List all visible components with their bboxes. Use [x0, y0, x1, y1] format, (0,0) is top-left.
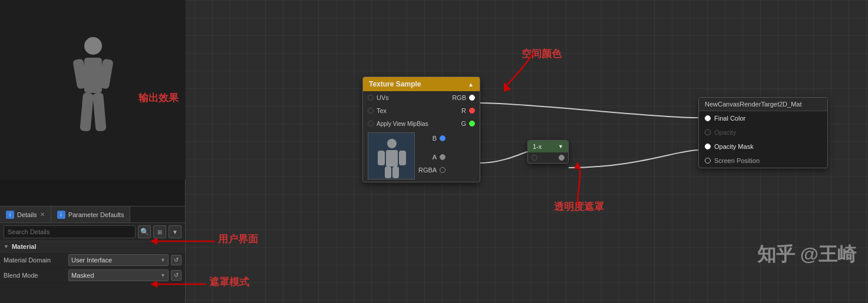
texture-sample-title: Texture Sample — [369, 80, 421, 88]
r-pin-circle — [469, 108, 475, 114]
rgb-label: RGB — [452, 94, 466, 101]
b-output-pin: B — [418, 135, 445, 142]
search-details-input[interactable] — [4, 225, 136, 238]
texture-sample-node[interactable]: Texture Sample ▲ UVs RGB Tex R Apply Vie… — [362, 76, 480, 182]
texture-sample-uvs-row: UVs RGB — [363, 91, 480, 104]
mipbias-pin-circle — [368, 121, 374, 126]
texture-sample-tex-row: Tex R — [363, 104, 480, 117]
tex-label: Tex — [377, 107, 387, 114]
rgba-output-pin: RGBA — [418, 167, 445, 174]
one-minus-x-input-pin — [532, 155, 537, 161]
rgb-pin-circle — [469, 95, 475, 101]
bottom-panel: i Details ✕ i Parameter Defaults 🔍 ⊞ ▼ ▼… — [0, 206, 186, 303]
user-interface-label: 用户界面 — [218, 232, 258, 246]
svg-rect-10 — [399, 151, 406, 165]
svg-rect-9 — [378, 151, 385, 165]
svg-rect-1 — [84, 58, 102, 93]
svg-point-0 — [84, 37, 102, 55]
blend-mode-dropdown-arrow: ▼ — [160, 272, 166, 278]
blend-mode-label: Blend Mode — [4, 272, 68, 279]
g-output-pin: G — [461, 120, 475, 127]
opacity-pin-row: Opacity — [699, 125, 827, 139]
material-domain-value: User Interface ▼ ↺ — [68, 254, 181, 266]
tabs-row: i Details ✕ i Parameter Defaults — [0, 207, 185, 223]
watermark-label: 知乎 @王崎 — [757, 242, 856, 268]
blend-mode-dropdown-value: Masked — [71, 272, 94, 279]
texture-thumbnail — [368, 132, 415, 179]
param-tab-icon: i — [57, 211, 65, 219]
texture-sample-mipbias-row: Apply View MipBias G — [363, 117, 480, 130]
one-minus-x-title: 1-x — [533, 143, 542, 150]
b-pin-circle — [440, 135, 445, 141]
svg-rect-4 — [80, 92, 94, 131]
texture-sample-menu-icon: ▲ — [468, 81, 474, 88]
screen-position-pin-row: Screen Position — [699, 154, 827, 168]
uvs-label: UVs — [377, 94, 389, 101]
material-output-node[interactable]: NewCanvasRenderTarget2D_Mat Final Color … — [698, 97, 828, 168]
rgb-output-pin: RGB — [452, 94, 475, 101]
blend-mode-value: Masked ▼ ↺ — [68, 269, 181, 281]
search-button[interactable]: 🔍 — [138, 225, 151, 238]
human-figure-icon — [64, 31, 123, 149]
opacity-mask-zh-label: 透明度遮罩 — [554, 200, 604, 214]
tab-parameter-defaults[interactable]: i Parameter Defaults — [51, 207, 131, 222]
screen-position-pin — [705, 158, 711, 164]
g-pin-circle — [469, 121, 475, 126]
material-domain-row: Material Domain User Interface ▼ ↺ — [0, 252, 185, 268]
a-label: A — [433, 154, 437, 161]
uvs-input-pin: UVs — [368, 94, 389, 101]
one-minus-x-output-pin — [559, 155, 565, 161]
grid-view-button[interactable]: ⊞ — [153, 225, 166, 238]
one-minus-x-header: 1-x ▼ — [528, 141, 568, 152]
material-section-header[interactable]: ▼ Material — [0, 241, 185, 252]
param-tab-label: Parameter Defaults — [68, 211, 124, 218]
material-domain-label: Material Domain — [4, 257, 68, 264]
svg-rect-12 — [392, 167, 399, 178]
material-section-label: Material — [12, 243, 37, 250]
tex-pin-circle — [368, 108, 374, 114]
opacity-mask-pin — [705, 144, 711, 149]
spatial-color-label: 空间颜色 — [522, 47, 562, 61]
one-minus-x-node[interactable]: 1-x ▼ — [527, 140, 569, 164]
one-minus-x-arrow: ▼ — [558, 144, 563, 149]
material-output-title: NewCanvasRenderTarget2D_Mat — [705, 101, 801, 108]
a-output-pin: A — [418, 154, 445, 161]
opacity-mask-label: Opacity Mask — [714, 143, 754, 150]
final-color-label: Final Color — [714, 115, 745, 122]
final-color-pin — [705, 115, 711, 121]
rgba-label: RGBA — [418, 167, 437, 174]
thumbnail-preview-icon — [368, 133, 415, 179]
texture-sample-header: Texture Sample ▲ — [363, 77, 480, 91]
search-row: 🔍 ⊞ ▼ — [0, 223, 185, 241]
details-tab-icon: i — [6, 211, 14, 219]
one-minus-x-pins — [528, 152, 568, 163]
g-label: G — [461, 120, 466, 127]
output-effect-label: 输出效果 — [138, 91, 179, 105]
settings-button[interactable]: ▼ — [169, 225, 181, 238]
svg-rect-11 — [385, 167, 391, 178]
blend-mode-dropdown[interactable]: Masked ▼ — [68, 269, 169, 281]
uvs-pin-circle — [368, 95, 374, 101]
blend-mode-row: Blend Mode Masked ▼ ↺ — [0, 268, 185, 283]
rgba-pin-circle — [440, 167, 445, 173]
mipbias-label: Apply View MipBias — [377, 121, 428, 127]
details-tab-label: Details — [17, 211, 37, 218]
svg-rect-5 — [93, 92, 107, 131]
material-domain-reset[interactable]: ↺ — [171, 255, 181, 265]
section-arrow-icon: ▼ — [4, 244, 9, 249]
material-domain-dropdown[interactable]: User Interface ▼ — [68, 254, 169, 266]
b-label: B — [433, 135, 437, 142]
screen-position-label: Screen Position — [714, 157, 760, 164]
tex-input-pin: Tex — [368, 107, 387, 114]
details-tab-close[interactable]: ✕ — [40, 211, 45, 218]
opacity-pin — [705, 129, 711, 135]
opacity-mask-pin-row: Opacity Mask — [699, 139, 827, 154]
preview-area — [0, 0, 186, 179]
r-output-pin: R — [461, 107, 475, 114]
r-label: R — [461, 107, 466, 114]
tab-details[interactable]: i Details ✕ — [0, 207, 51, 222]
material-domain-dropdown-arrow: ▼ — [160, 257, 166, 263]
final-color-pin-row: Final Color — [699, 111, 827, 125]
svg-rect-8 — [386, 150, 398, 167]
blend-mode-reset[interactable]: ↺ — [171, 270, 181, 281]
